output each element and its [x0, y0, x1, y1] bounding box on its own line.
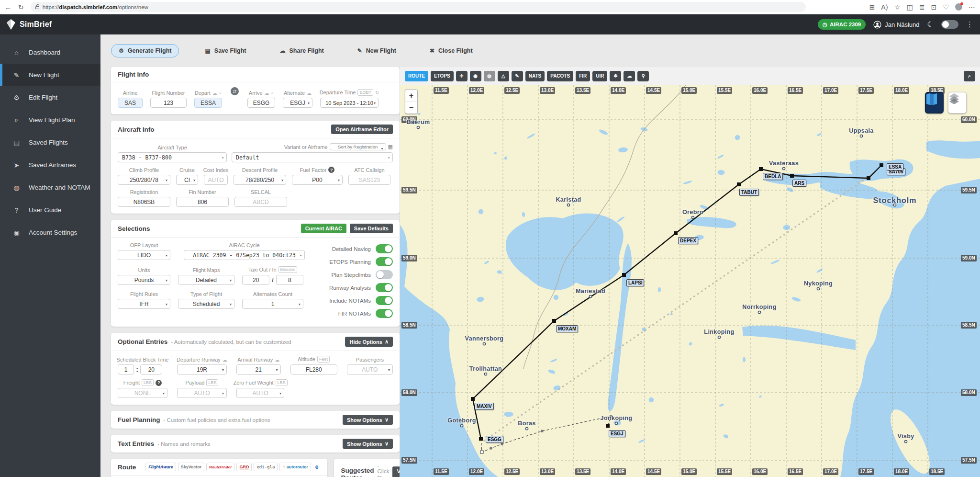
swap-airports-icon[interactable]: ⇄: [231, 87, 239, 95]
map-style-button[interactable]: [925, 92, 944, 114]
nats-button[interactable]: NATS: [525, 71, 545, 81]
toggle-fir-notams[interactable]: [376, 309, 393, 318]
clouds-button[interactable]: ☁: [624, 71, 635, 81]
alternate-select[interactable]: ESGJ: [283, 98, 312, 108]
toggle-plan-stepclimbs[interactable]: [376, 270, 393, 279]
cost-index-input[interactable]: AUTO: [204, 175, 228, 185]
passengers-select[interactable]: AUTO: [347, 364, 393, 375]
uir-button[interactable]: UIR: [592, 71, 607, 81]
tab-new-flight[interactable]: ✎New Flight: [350, 44, 404, 57]
taxi-out-input[interactable]: 20: [242, 275, 269, 285]
browser-profile-avatar[interactable]: [955, 3, 962, 11]
navaid-button[interactable]: ◉: [470, 71, 481, 81]
toggle-etops-planning[interactable]: [376, 257, 393, 266]
flight-rules-select[interactable]: IFR: [118, 299, 170, 309]
tracks-button[interactable]: ✈: [456, 71, 468, 81]
ofp-layout-select[interactable]: LIDO: [118, 250, 170, 260]
route-provider-skyvector[interactable]: SkyVector: [178, 463, 205, 471]
sidebar-item-user-guide[interactable]: ?User Guide: [0, 199, 100, 221]
zoom-in-button[interactable]: +: [405, 90, 417, 102]
taxi-in-input[interactable]: 8: [276, 275, 303, 285]
text-show-options-button[interactable]: Show Options∨: [343, 439, 393, 449]
sigmet-button[interactable]: △: [498, 71, 509, 81]
map-search-button[interactable]: ⌕: [964, 71, 975, 81]
dep-runway-weather-icon[interactable]: ☁: [223, 357, 227, 363]
arr-runway-weather-icon[interactable]: ☁: [275, 357, 279, 363]
route-provider-autorouter[interactable]: autorouter: [279, 463, 311, 471]
sidebar-item-weather-and-notam[interactable]: ◍Weather and NOTAM: [0, 176, 100, 199]
map-layers-button[interactable]: [948, 92, 967, 114]
current-airac-button[interactable]: Current AIRAC: [301, 224, 346, 233]
airac-badge[interactable]: ◷AIRAC 2309: [818, 19, 866, 30]
fuel-factor-select[interactable]: P00: [292, 175, 343, 185]
tab-save-flight[interactable]: ▤Save Flight: [197, 44, 254, 57]
depart-weather-icon[interactable]: ☁: [212, 91, 217, 96]
airframe-save-icon[interactable]: ▦: [388, 144, 393, 150]
fin-number-input[interactable]: 806: [176, 197, 229, 207]
selcal-input[interactable]: ABCD: [234, 197, 287, 207]
tab-share-flight[interactable]: ☁Share Flight: [272, 44, 331, 57]
freight-help-icon[interactable]: ?: [156, 380, 162, 386]
route-button[interactable]: ROUTE: [405, 71, 428, 81]
sidebar-item-account-settings[interactable]: ◉Account Settings: [0, 221, 100, 244]
tab-close-flight[interactable]: ✖Close Flight: [422, 44, 480, 57]
climb-profile-select[interactable]: 250/280/78: [118, 175, 170, 185]
fuel-factor-help-icon[interactable]: ?: [328, 167, 334, 173]
fir-button[interactable]: FIR: [576, 71, 590, 81]
atc-callsign-input[interactable]: SAS123: [348, 175, 390, 185]
save-defaults-button[interactable]: Save Defaults: [350, 224, 393, 233]
sidebar-item-dashboard[interactable]: ⌂Dashboard: [0, 41, 100, 64]
pacots-button[interactable]: PACOTS: [547, 71, 573, 81]
route-provider-e[interactable]: e: [313, 463, 321, 471]
light-button[interactable]: ⚲: [637, 71, 649, 81]
time-refresh-icon[interactable]: ↻: [375, 90, 379, 95]
alternates-count-select[interactable]: 1: [242, 299, 303, 309]
toggle-runway-analysis[interactable]: [376, 283, 393, 292]
toggle-include-notams[interactable]: [376, 296, 393, 305]
route-provider-routefinder[interactable]: RouteFinder: [206, 463, 234, 471]
hide-options-button[interactable]: Hide Options∧: [345, 337, 393, 347]
arrive-search-icon[interactable]: ⌕: [271, 90, 274, 96]
tab-generate-flight[interactable]: ⚙Generate Flight: [111, 44, 179, 57]
globe-button[interactable]: ◍: [484, 71, 495, 81]
view-all-button[interactable]: View All: [392, 466, 400, 477]
map-canvas[interactable]: 11.5E11.5E12.0E12.0E12.5E12.5E13.0E13.0E…: [400, 85, 980, 477]
refresh-icon[interactable]: ↻: [18, 4, 24, 11]
alternate-weather-icon[interactable]: ☁: [307, 91, 312, 96]
airac-cycle-select[interactable]: AIRAC 2309 - 07Sep23 to 04Oct23: [184, 250, 305, 260]
apps-icon[interactable]: ⊞: [869, 4, 875, 11]
wind-button[interactable]: ☘: [610, 71, 621, 81]
browser-menu-icon[interactable]: ⋯: [969, 4, 975, 11]
aircraft-type-select[interactable]: B738 - B737-800: [118, 152, 227, 162]
sidebar-item-edit-flight[interactable]: ⚙Edit Flight: [0, 86, 100, 109]
favorites-bar-icon[interactable]: ≣: [919, 4, 925, 11]
freight-select[interactable]: NONE: [118, 388, 167, 398]
registration-input[interactable]: N806SB: [118, 197, 170, 207]
cruise-select[interactable]: CI: [176, 175, 198, 185]
draw-button[interactable]: ✎: [512, 71, 523, 81]
depart-input[interactable]: ESSA: [194, 98, 222, 108]
open-airframe-editor-button[interactable]: Open Airframe Editor: [331, 125, 393, 134]
split-screen-icon[interactable]: ◫: [907, 4, 913, 11]
block-time-hours-input[interactable]: 1: [118, 364, 134, 375]
brand[interactable]: SimBrief: [7, 19, 52, 30]
route-provider-grd[interactable]: GRD: [236, 463, 252, 471]
sidebar-item-saved-airframes[interactable]: ➤Saved Airframes: [0, 154, 100, 176]
toggle-detailed-navlog[interactable]: [376, 244, 393, 253]
variant-sort-select[interactable]: Sort by Registration: [330, 143, 386, 150]
sidebar-item-view-flight-plan[interactable]: ⌕View Flight Plan: [0, 109, 100, 131]
dark-mode-toggle[interactable]: [941, 20, 958, 29]
altitude-input[interactable]: FL280: [290, 364, 337, 375]
etops-button[interactable]: ETOPS: [431, 71, 454, 81]
flight-maps-select[interactable]: Detailed: [178, 275, 234, 285]
user-menu[interactable]: Jan Näslund: [873, 21, 919, 29]
departure-runway-select[interactable]: 19R: [177, 364, 227, 375]
arrive-weather-icon[interactable]: ☁: [265, 91, 269, 96]
departure-time-select[interactable]: 10 Sep 2023 - 12:10: [320, 98, 379, 108]
zoom-out-button[interactable]: −: [405, 102, 417, 114]
arrive-input[interactable]: ESGG: [247, 98, 275, 108]
sidebar-item-new-flight[interactable]: ✎New Flight: [0, 64, 100, 86]
sidebar-item-saved-flights[interactable]: ▤Saved Flights: [0, 131, 100, 154]
url-bar[interactable]: https://dispatch.simbrief.com/options/ne…: [31, 2, 806, 12]
airline-input[interactable]: SAS: [118, 98, 143, 108]
